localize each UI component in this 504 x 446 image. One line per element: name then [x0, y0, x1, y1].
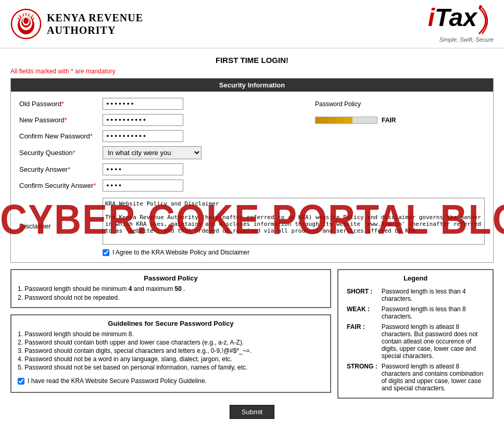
svg-line-12 — [32, 18, 34, 20]
confirm-new-password-row: Confirm New Password* — [16, 128, 488, 144]
svg-point-5 — [23, 18, 29, 24]
legend-fair: FAIR : Password length is atleast 8 char… — [345, 322, 486, 361]
itax-arc-icon — [478, 5, 494, 36]
disclaimer-label: Disclaimer — [16, 194, 99, 258]
mandatory-note: All fields marked with * are mandatory — [10, 68, 504, 75]
svg-line-11 — [31, 15, 33, 18]
old-password-row: Old Password* Password Policy — [16, 96, 488, 112]
confirm-new-password-input[interactable] — [103, 130, 183, 142]
security-answer-label: Security Answer* — [16, 161, 99, 177]
main-content: Security Information Old Password* Passw… — [0, 78, 504, 429]
strength-bar — [316, 117, 352, 123]
bottom-panels: Password Policy 1. Password length shoul… — [10, 269, 494, 399]
legend-title: Legend — [345, 274, 486, 282]
svg-point-13 — [479, 5, 482, 8]
old-password-input[interactable] — [103, 98, 183, 110]
kra-logo-icon — [10, 8, 42, 40]
security-form-table: Old Password* Password Policy New Passwo… — [16, 96, 488, 258]
itax-subtitle: Simple, Swift, Secure — [439, 36, 494, 43]
legend-short: SHORT : Password length is less than 4 c… — [345, 286, 486, 304]
confirm-security-answer-row: Confirm Security Answer* — [16, 177, 488, 194]
svg-line-10 — [29, 14, 29, 16]
policy-rule-2: 2. Password should not be repeated. — [18, 294, 324, 301]
submit-button[interactable]: Submit — [230, 405, 274, 419]
kra-logo: Kenya Revenue Authority — [10, 8, 143, 40]
svg-line-8 — [23, 14, 23, 16]
have-read-checkbox[interactable] — [18, 378, 24, 385]
guidelines-title: Guidelines for Secure Password Policy — [18, 320, 324, 327]
kra-name: Kenya Revenue Authority — [47, 11, 143, 36]
confirm-security-answer-label: Confirm Security Answer* — [16, 177, 99, 194]
policy-rule-1: 1. Password length should be minimum 4 a… — [18, 285, 324, 292]
password-policy-box: Password Policy 1. Password length shoul… — [10, 269, 331, 308]
strength-indicator: FAIR — [315, 117, 485, 124]
password-policy-link[interactable]: Password Policy — [315, 100, 361, 108]
svg-line-7 — [19, 15, 21, 18]
confirm-security-answer-input[interactable] — [103, 180, 183, 192]
security-answer-input[interactable] — [103, 163, 183, 175]
have-read-label: I have read the KRA Website Secure Passw… — [28, 377, 207, 385]
new-password-input[interactable] — [103, 114, 183, 126]
new-password-row: New Password* FAIR — [16, 112, 488, 128]
guideline-item-1: 1. Password length should be minimum 8. — [18, 330, 324, 338]
security-question-row: Security Question* In what city were you… — [16, 144, 488, 161]
legend-panel: Legend SHORT : Password length is less t… — [337, 269, 494, 399]
itax-logo: iTax Simple, Swift, Secure — [428, 5, 494, 43]
disclaimer-row: Disclaimer I Agree to the KRA Website Po… — [16, 194, 488, 258]
legend-box: Legend SHORT : Password length is less t… — [337, 269, 494, 399]
guideline-item-3: 3. Password should contain digits, speci… — [18, 347, 324, 354]
have-read-row: I have read the KRA Website Secure Passw… — [18, 374, 324, 388]
security-section-header: Security Information — [11, 79, 493, 92]
legend-weak: WEAK : Password length is less than 8 ch… — [345, 304, 486, 322]
old-password-label: Old Password* — [16, 96, 99, 112]
svg-line-6 — [18, 18, 20, 20]
disclaimer-textarea[interactable] — [103, 198, 485, 245]
strength-bar-container — [315, 117, 377, 124]
legend-strong: STRONG : Password length is atleast 8 ch… — [345, 361, 486, 393]
legend-table: SHORT : Password length is less than 4 c… — [345, 286, 486, 393]
submit-area: Submit — [10, 405, 494, 419]
guideline-item-5: 5. Password should not be set based on p… — [18, 364, 324, 371]
guideline-item-4: 4. Password should not be a word in any … — [18, 355, 324, 363]
disclaimer-area — [103, 198, 485, 246]
page-title: FIRST TIME LOGIN! — [0, 56, 504, 65]
new-password-label: New Password* — [16, 112, 99, 128]
security-question-label: Security Question* — [16, 144, 99, 161]
password-policy-title: Password Policy — [18, 274, 324, 282]
agree-checkbox[interactable] — [103, 249, 109, 256]
guideline-item-2: 2. Password should contain both upper an… — [18, 339, 324, 346]
security-section-body: Old Password* Password Policy New Passwo… — [11, 92, 493, 262]
security-answer-row: Security Answer* — [16, 161, 488, 177]
guidelines-box: Guidelines for Secure Password Policy 1.… — [10, 314, 331, 393]
left-panels: Password Policy 1. Password length shoul… — [10, 269, 331, 399]
page-header: Kenya Revenue Authority iTax Simple, Swi… — [0, 0, 504, 48]
confirm-new-password-label: Confirm New Password* — [16, 128, 99, 144]
agree-row: I Agree to the KRA Website Policy and Di… — [103, 249, 485, 256]
guidelines-list: 1. Password length should be minimum 8. … — [18, 330, 324, 371]
itax-brand: iTax — [428, 5, 477, 30]
strength-label: FAIR — [382, 117, 396, 124]
security-information-section: Security Information Old Password* Passw… — [10, 78, 494, 263]
security-question-select[interactable]: In what city were you What is your mothe… — [103, 146, 201, 159]
agree-label: I Agree to the KRA Website Policy and Di… — [112, 249, 249, 256]
